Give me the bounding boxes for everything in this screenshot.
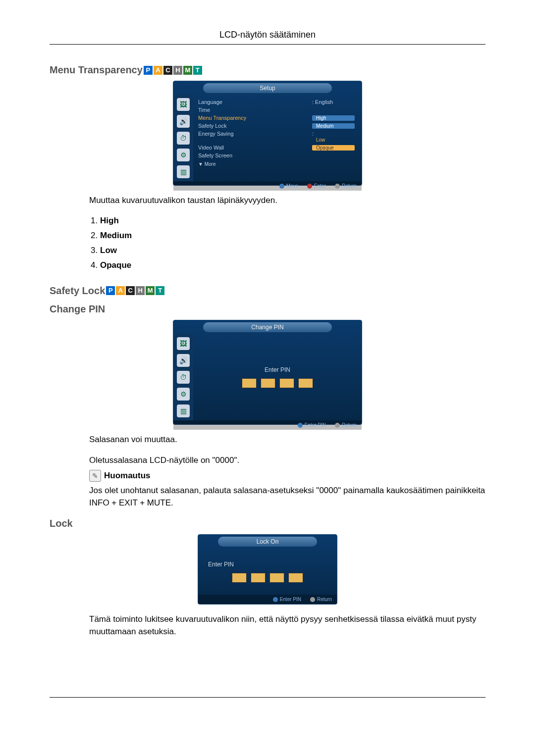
opt-opaque: Opaque xyxy=(312,145,355,151)
osd-side-icons: 🖼 🔊 ⏱ ⚙ ▥ xyxy=(173,334,193,420)
pin-digit xyxy=(288,573,303,583)
osd-lock-screenshot: Lock On Enter PIN Enter PIN Return xyxy=(198,534,337,605)
change-pin-p1: Salasanan voi muuttaa. xyxy=(89,434,485,446)
row-language-val: : English xyxy=(312,99,357,105)
pin-digit xyxy=(232,573,247,583)
footer-return: Return xyxy=(335,183,357,189)
enter-pin-label: Enter PIN xyxy=(265,366,290,373)
list-item: Medium xyxy=(100,231,485,241)
osd-menu-list: Language: English Time Menu Transparency… xyxy=(193,95,362,181)
badge-p-icon: P xyxy=(144,66,153,75)
osd-title: Lock On xyxy=(218,537,317,547)
heading-menu-transparency: Menu Transparency P A C H M T xyxy=(50,64,485,76)
osd-title: Setup xyxy=(203,83,332,93)
pin-digit xyxy=(261,378,275,388)
enter-pin-label: Enter PIN xyxy=(208,561,234,568)
badge-h-icon: H xyxy=(173,66,182,75)
osd-setup-screenshot: Setup 🖼 🔊 ⏱ ⚙ ▥ Language: English Time M… xyxy=(173,81,362,186)
row-safety-screen: Safety Screen xyxy=(198,152,232,158)
setup-icon: ⚙ xyxy=(177,388,190,401)
multi-icon: ▥ xyxy=(177,165,190,178)
sound-icon: 🔊 xyxy=(177,354,190,367)
heading-lock: Lock xyxy=(50,518,485,529)
footer-enter-pin: Enter PIN xyxy=(273,597,301,602)
footer-enter: Enter xyxy=(307,183,326,189)
osd-footer: Move Enter Return xyxy=(173,181,362,191)
opt-low: Low xyxy=(312,137,355,143)
footer-move: Move xyxy=(279,183,298,189)
opt-medium: Medium xyxy=(312,123,355,129)
timer-icon: ⏱ xyxy=(177,132,190,145)
row-menu-transparency: Menu Transparency xyxy=(198,115,246,121)
note-body: Jos olet unohtanut salasanan, palauta sa… xyxy=(89,485,485,509)
mt-options-list: High Medium Low Opaque xyxy=(89,216,485,270)
pin-digit xyxy=(242,378,257,388)
opt-high: High xyxy=(312,115,355,121)
sound-icon: 🔊 xyxy=(177,115,190,128)
badge-c-icon: C xyxy=(163,66,172,75)
footer-divider xyxy=(50,697,485,698)
list-item: Low xyxy=(100,246,485,255)
heading-safety-lock: Safety Lock P A C H M T xyxy=(50,285,485,297)
badge-t-icon: T xyxy=(193,66,202,75)
row-video-wall: Video Wall xyxy=(198,145,224,151)
osd-footer: Enter PIN Return xyxy=(198,595,337,604)
heading-text: Safety Lock xyxy=(50,285,105,297)
list-item: Opaque xyxy=(100,260,485,270)
page-header: LCD-näytön säätäminen xyxy=(50,30,485,40)
badge-c-icon: C xyxy=(126,286,135,295)
picture-icon: 🖼 xyxy=(177,337,190,350)
row-energy-saving: Energy Saving xyxy=(198,131,234,143)
change-pin-p2: Oletussalasana LCD-näytölle on "0000". xyxy=(89,454,485,467)
heading-change-pin: Change PIN xyxy=(50,303,485,315)
mt-description: Muuttaa kuvaruutuvalikon taustan läpinäk… xyxy=(89,195,485,207)
footer-return: Return xyxy=(310,597,332,602)
picture-icon: 🖼 xyxy=(177,98,190,111)
badge-a-icon: A xyxy=(154,66,162,75)
pin-input-boxes xyxy=(232,573,303,583)
badge-a-icon: A xyxy=(116,286,125,295)
osd-footer: Enter PIN Return xyxy=(173,420,362,430)
pin-digit xyxy=(298,378,313,388)
multi-icon: ▥ xyxy=(177,404,190,417)
row-more: ▼ More xyxy=(198,159,357,167)
footer-enter-pin: Enter PIN xyxy=(298,422,326,428)
badge-h-icon: H xyxy=(136,286,145,295)
heading-text: Menu Transparency xyxy=(50,64,143,76)
row-safety-lock: Safety Lock xyxy=(198,123,226,129)
osd-title: Change PIN xyxy=(203,322,332,332)
pin-digit xyxy=(279,378,294,388)
row-time: Time xyxy=(198,107,210,113)
pin-digit xyxy=(251,573,266,583)
pin-input-boxes xyxy=(242,378,313,388)
note-label: Huomautus xyxy=(104,471,151,481)
pin-digit xyxy=(269,573,284,583)
lock-description: Tämä toiminto lukitsee kuvaruutuvalikon … xyxy=(89,613,485,638)
footer-return: Return xyxy=(335,422,357,428)
header-divider xyxy=(50,44,485,45)
badge-p-icon: P xyxy=(106,286,115,295)
osd-change-pin-screenshot: Change PIN 🖼 🔊 ⏱ ⚙ ▥ Enter PIN xyxy=(173,320,362,425)
row-language: Language xyxy=(198,99,222,105)
setup-icon: ⚙ xyxy=(177,149,190,161)
list-item: High xyxy=(100,216,485,226)
osd-side-icons: 🖼 🔊 ⏱ ⚙ ▥ xyxy=(173,95,193,181)
badge-m-icon: M xyxy=(183,66,192,75)
badge-t-icon: T xyxy=(156,286,164,295)
note-icon: ✎ xyxy=(89,470,101,482)
timer-icon: ⏱ xyxy=(177,371,190,384)
badge-m-icon: M xyxy=(146,286,155,295)
